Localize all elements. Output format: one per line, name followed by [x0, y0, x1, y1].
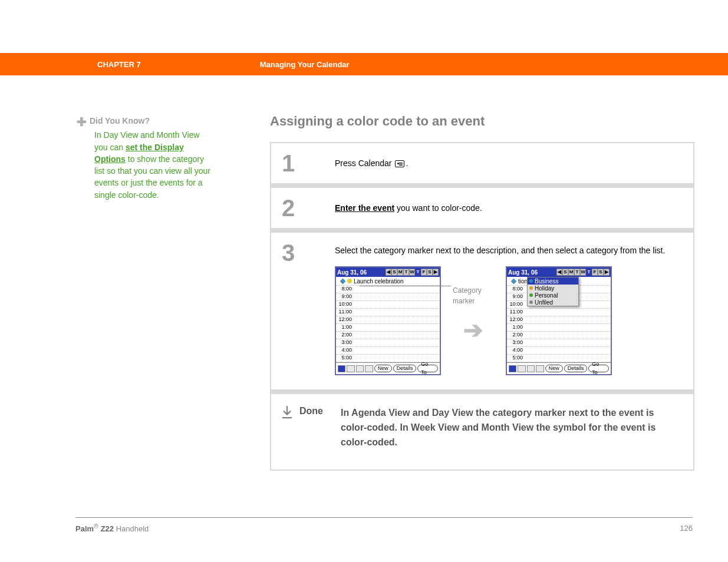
step-2: 2 Enter the event you want to color-code…	[271, 188, 693, 233]
month-view-icon[interactable]	[365, 365, 373, 372]
palm-left-wrap: Aug 31, 06 ◀ S M T W T F S	[335, 266, 441, 375]
brand-reg: ®	[94, 523, 98, 530]
brand-suffix: Handheld	[114, 524, 149, 533]
palm-date-right: Aug 31, 06	[508, 268, 538, 277]
calendar-icon	[395, 160, 404, 167]
step-3: 3 Select the category marker next to the…	[271, 233, 693, 394]
step-3-text: Select the category marker next to the d…	[335, 244, 683, 257]
next-arrow-icon[interactable]: ▶	[433, 269, 439, 276]
step-2-body: Enter the event you want to color-code.	[335, 196, 683, 220]
details-button-r[interactable]: Details	[564, 365, 588, 372]
category-dropdown[interactable]: Business Holiday Personal Unfiled	[527, 277, 579, 306]
goto-button-r[interactable]: Go To	[588, 365, 609, 372]
step-2-text-after: you want to color-code.	[394, 203, 482, 213]
new-button-r[interactable]: New	[545, 365, 563, 372]
plus-icon: ✚	[77, 114, 87, 124]
event-row-left[interactable]: Launch celebration	[336, 277, 440, 286]
day-t1[interactable]: T	[403, 269, 409, 276]
page-number: 126	[680, 524, 693, 533]
diamond-icon	[340, 278, 346, 284]
goto-button[interactable]: Go To	[417, 365, 438, 372]
screenshot-row: Aug 31, 06 ◀ S M T W T F S	[335, 266, 683, 375]
dyk-body: In Day View and Month View you can set t…	[94, 129, 212, 201]
month-view-icon-r[interactable]	[536, 365, 543, 372]
day-view-icon-r[interactable]	[518, 365, 525, 372]
day-f[interactable]: F	[421, 269, 427, 276]
palm-day-view-right: Aug 31, 06 ◀ S M T W T F S	[506, 266, 612, 375]
step-1-text-after: .	[406, 158, 408, 168]
step-2-number: 2	[282, 196, 335, 220]
did-you-know-sidebar: ✚ Did You Know? In Day View and Month Vi…	[77, 115, 212, 201]
week-view-icon-r[interactable]	[527, 365, 535, 372]
step-1-text-before: Press Calendar	[335, 158, 394, 168]
step-3-number: 3	[282, 241, 335, 375]
chapter-label: CHAPTER 7	[97, 60, 141, 69]
step-1-number: 1	[282, 151, 335, 175]
brand-model: Z22	[98, 524, 114, 533]
step-1-body: Press Calendar .	[335, 151, 683, 175]
new-button[interactable]: New	[374, 365, 392, 372]
day-s2[interactable]: S	[427, 269, 433, 276]
step-3-body: Select the category marker next to the d…	[335, 241, 683, 375]
palm-titlebar-left: Aug 31, 06 ◀ S M T W T F S	[336, 267, 440, 277]
done-arrow-icon	[282, 406, 299, 449]
agenda-view-icon[interactable]	[338, 365, 345, 372]
arrow-right-icon: ➔	[463, 312, 483, 348]
annotation-label: Category marker	[453, 285, 494, 306]
dyk-title: Did You Know?	[90, 116, 150, 125]
main-content: Assigning a color code to an event 1 Pre…	[270, 114, 694, 471]
day-w[interactable]: W	[409, 269, 415, 276]
event-title-right: tion	[518, 277, 528, 286]
prev-arrow-icon-r[interactable]: ◀	[556, 269, 562, 276]
palm-date-left: Aug 31, 06	[337, 268, 367, 277]
chapter-header: CHAPTER 7 Managing Your Calendar	[0, 53, 728, 75]
cat-unfiled[interactable]: Unfiled	[528, 299, 578, 306]
day-t2[interactable]: T	[415, 269, 421, 276]
palm-days-right: ◀ S M T W T F S ▶	[556, 269, 610, 276]
done-label: Done	[299, 406, 323, 449]
palm-toolbar-left: New Details Go To	[336, 362, 440, 374]
step-1: 1 Press Calendar .	[271, 143, 693, 188]
event-title-left: Launch celebration	[354, 277, 404, 286]
palm-day-view-left: Aug 31, 06 ◀ S M T W T F S	[335, 266, 441, 375]
footer-brand: Palm® Z22 Handheld	[75, 523, 149, 533]
done-row: Done In Agenda View and Day View the cat…	[271, 394, 693, 470]
palm-right-wrap: Aug 31, 06 ◀ S M T W T F S	[506, 266, 612, 375]
next-arrow-icon-r[interactable]: ▶	[604, 269, 610, 276]
page-footer: Palm® Z22 Handheld 126	[75, 517, 693, 533]
palm-toolbar-right: New Details Go To	[507, 362, 611, 374]
day-s1[interactable]: S	[391, 269, 397, 276]
steps-container: 1 Press Calendar . 2 Enter the event you…	[270, 142, 694, 471]
details-button[interactable]: Details	[393, 365, 417, 372]
palm-titlebar-right: Aug 31, 06 ◀ S M T W T F S	[507, 267, 611, 277]
enter-the-event-link[interactable]: Enter the event	[335, 203, 394, 213]
time-rows-left: 8:00 9:00 10:00 11:00 12:00 1:00 2:00 3:…	[336, 286, 440, 362]
prev-arrow-icon[interactable]: ◀	[386, 269, 391, 276]
done-text: In Agenda View and Day View the category…	[341, 406, 683, 449]
section-title: Assigning a color code to an event	[270, 114, 694, 129]
chapter-title: Managing Your Calendar	[260, 60, 350, 69]
palm-days-left: ◀ S M T W T F S ▶	[386, 269, 439, 276]
day-m[interactable]: M	[397, 269, 403, 276]
agenda-view-icon-r[interactable]	[509, 365, 516, 372]
day-view-icon[interactable]	[347, 365, 354, 372]
annotation-line	[360, 286, 451, 286]
diamond-icon-r	[511, 278, 517, 284]
category-marker-left[interactable]	[347, 279, 352, 283]
brand-name: Palm	[75, 524, 94, 533]
week-view-icon[interactable]	[356, 365, 364, 372]
